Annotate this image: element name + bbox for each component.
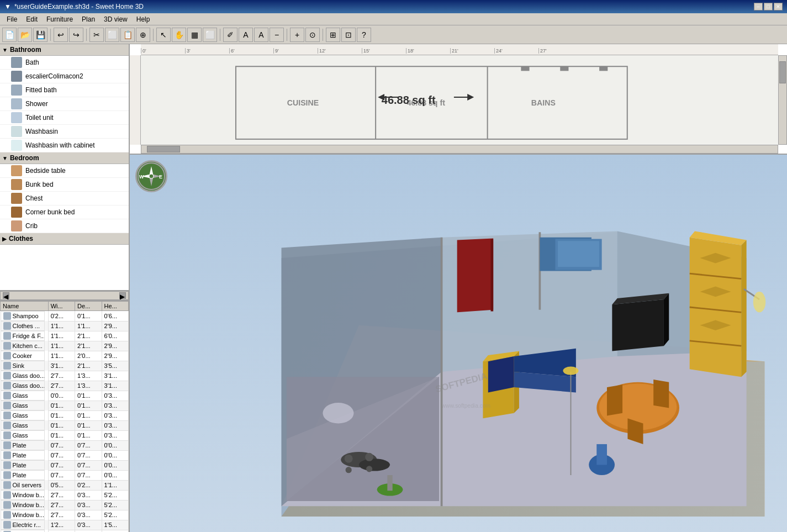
3d-view[interactable]: W E (130, 155, 787, 532)
col-name[interactable]: Name (1, 302, 49, 311)
select-toolbar-button[interactable]: ↖ (156, 28, 171, 42)
vertical-ruler (130, 55, 141, 145)
table-row[interactable]: Plate0'7...0'7...0'0... (1, 470, 129, 480)
create-text-toolbar-button[interactable]: A (239, 28, 253, 42)
row-w: 0'7... (48, 450, 75, 460)
titlebar-controls[interactable]: – □ ✕ (754, 3, 783, 10)
ruler-mark: 18' (406, 48, 450, 54)
table-row[interactable]: Electric r...1'2...0'3...1'5... (1, 530, 129, 532)
menu-item-furniture[interactable]: Furniture (42, 14, 77, 24)
row-name: Oil servers (13, 482, 42, 488)
add-furniture-toolbar-button[interactable]: ⊕ (136, 28, 150, 42)
table-row[interactable]: Plate0'7...0'7...0'0... (1, 450, 129, 460)
3d-view-toolbar-button[interactable]: ⊡ (341, 28, 356, 42)
zoom-out-toolbar-button[interactable]: − (270, 28, 284, 42)
tree-item-crib[interactable]: Crib (0, 219, 129, 233)
create-wall-toolbar-button[interactable]: ▦ (187, 28, 202, 42)
create-polyline-toolbar-button[interactable]: ✐ (223, 28, 237, 42)
furniture-table[interactable]: Name Wi... De... He... Shampoo0'2...0'1.… (0, 300, 129, 532)
plan-hscrollbar[interactable] (141, 145, 778, 154)
table-row[interactable]: Glass doo...2'7...1'3...3'1... (1, 381, 129, 391)
compass-navigator[interactable]: W E (135, 160, 167, 192)
table-row[interactable]: Glass0'1...0'1...0'3... (1, 420, 129, 430)
svg-point-71 (323, 403, 353, 423)
scroll-right-button[interactable]: ▶ (119, 292, 126, 299)
tree-category-bedroom[interactable]: ▼ Bedroom (0, 152, 129, 164)
tree-item-bedside-table[interactable]: Bedside table (0, 164, 129, 178)
tree-item-corner-bunk-bed[interactable]: Corner bunk bed (0, 206, 129, 219)
table-row[interactable]: Cooker1'1...2'0...2'9... (1, 351, 129, 361)
table-row[interactable]: Plate0'7...0'7...0'0... (1, 440, 129, 450)
col-height[interactable]: He... (102, 302, 128, 311)
plan-vscroll-thumb[interactable] (779, 61, 786, 83)
menu-item-edit[interactable]: Edit (22, 14, 42, 24)
pan-toolbar-button[interactable]: ✋ (172, 28, 186, 42)
tree-item-shower[interactable]: Shower (0, 97, 129, 111)
row-w: 0'5... (48, 480, 75, 490)
scroll-track (10, 293, 118, 298)
furniture-icon (11, 98, 22, 109)
tree-item-bunk-bed[interactable]: Bunk bed (0, 178, 129, 192)
table-row[interactable]: Glass0'1...0'1...0'3... (1, 410, 129, 420)
table-row[interactable]: Glass0'0...0'1...0'3... (1, 391, 129, 401)
zoom-in-toolbar-button[interactable]: + (290, 28, 304, 42)
table-row[interactable]: Kitchen c...1'1...2'1...2'9... (1, 341, 129, 351)
menu-item-help[interactable]: Help (132, 14, 155, 24)
scroll-left-button[interactable]: ◀ (3, 292, 9, 299)
help-toolbar-button[interactable]: ? (357, 28, 371, 42)
redo-toolbar-button[interactable]: ↪ (69, 28, 83, 42)
maximize-button[interactable]: □ (764, 3, 773, 10)
paste-toolbar-button[interactable]: 📋 (120, 28, 135, 42)
table-row[interactable]: Sink3'1...2'1...3'5... (1, 361, 129, 371)
table-row[interactable]: Fridge & F...1'1...2'1...6'0... (1, 331, 129, 341)
row-furniture-icon (3, 511, 11, 519)
furniture-label: Bath (25, 59, 39, 66)
table-row[interactable]: Glass doo...2'7...1'3...3'1... (1, 371, 129, 381)
col-depth[interactable]: De... (75, 302, 102, 311)
table-row[interactable]: Shampoo0'2...0'1...0'6... (1, 311, 129, 322)
row-furniture-icon (3, 352, 11, 360)
sidebar-horizontal-scrollbar[interactable]: ◀ ▶ (0, 291, 129, 300)
close-button[interactable]: ✕ (774, 3, 783, 10)
tree-item-washbasin[interactable]: Washbasin (0, 125, 129, 139)
plan-content[interactable]: CUISINE 46.88 sq ft BAINS (141, 55, 778, 145)
zoom-text-toolbar-button[interactable]: ⊙ (305, 28, 320, 42)
plan-vscrollbar[interactable] (778, 55, 787, 145)
tree-item-escaliercolimacon2[interactable]: escalierColimacon2 (0, 70, 129, 83)
table-row[interactable]: Glass0'1...0'1...0'3... (1, 430, 129, 440)
import-image-toolbar-button[interactable]: ⊞ (326, 28, 340, 42)
new-toolbar-button[interactable]: 📄 (2, 28, 17, 42)
tree-category-bathroom[interactable]: ▼ Bathroom (0, 44, 129, 56)
table-row[interactable]: Glass0'1...0'1...0'3... (1, 401, 129, 410)
tree-item-bath[interactable]: Bath (0, 56, 129, 70)
svg-text:W: W (139, 174, 144, 180)
minimize-button[interactable]: – (754, 3, 763, 10)
furniture-tree[interactable]: ▼ BathroomBathescalierColimacon2Fitted b… (0, 44, 129, 291)
text-style-toolbar-button[interactable]: A (254, 28, 268, 42)
tree-item-toilet-unit[interactable]: Toilet unit (0, 111, 129, 125)
open-toolbar-button[interactable]: 📂 (18, 28, 32, 42)
copy-toolbar-button[interactable]: ⬜ (105, 28, 119, 42)
save-toolbar-button[interactable]: 💾 (33, 28, 47, 42)
menu-item-3d-view[interactable]: 3D view (99, 14, 132, 24)
tree-item-washbasin-with-cabinet[interactable]: Washbasin with cabinet (0, 139, 129, 152)
undo-toolbar-button[interactable]: ↩ (54, 28, 68, 42)
menu-item-plan[interactable]: Plan (77, 14, 99, 24)
tree-item-chest[interactable]: Chest (0, 192, 129, 206)
table-row[interactable]: Oil servers0'5...0'2...1'1... (1, 480, 129, 490)
plan-hscroll-thumb[interactable] (147, 146, 180, 152)
col-width[interactable]: Wi... (48, 302, 75, 311)
create-room-toolbar-button[interactable]: ⬜ (203, 28, 217, 42)
table-row[interactable]: Plate0'7...0'7...0'0... (1, 460, 129, 470)
table-row[interactable]: Window b...2'7...0'3...5'2... (1, 490, 129, 500)
menu-item-file[interactable]: File (2, 14, 22, 24)
row-w: 1'1... (48, 321, 75, 331)
table-row[interactable]: Clothes ...1'1...1'1...2'9... (1, 321, 129, 331)
table-row[interactable]: Window b...2'7...0'3...5'2... (1, 500, 129, 510)
table-row[interactable]: Electric r...1'2...0'3...1'5... (1, 520, 129, 530)
table-row[interactable]: Window b...2'7...0'3...5'2... (1, 510, 129, 520)
tree-category-clothes[interactable]: ▶ Clothes (0, 233, 129, 245)
tree-item-fitted-bath[interactable]: Fitted bath (0, 83, 129, 97)
cut-toolbar-button[interactable]: ✂ (89, 28, 104, 42)
furniture-icon (11, 85, 22, 96)
